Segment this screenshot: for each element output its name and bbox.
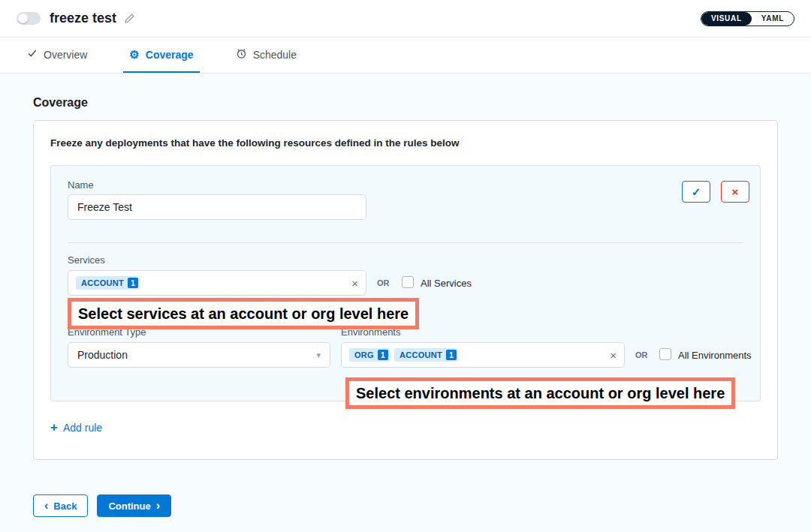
close-icon: ×: [732, 185, 739, 198]
chevron-right-icon: ›: [156, 500, 160, 512]
environment-type-select[interactable]: Production ▾: [68, 342, 330, 368]
add-rule-button[interactable]: + Add rule: [50, 421, 102, 434]
tag-label: ACCOUNT: [81, 278, 124, 287]
environment-tag-account[interactable]: ACCOUNT 1: [394, 348, 458, 362]
card-description: Freeze any deployments that have the fol…: [50, 137, 761, 149]
chevron-down-icon: ▾: [316, 350, 321, 360]
gear-icon: ⚙: [129, 49, 139, 60]
all-environments-checkbox[interactable]: [659, 348, 671, 360]
back-label: Back: [53, 500, 77, 512]
delete-rule-button[interactable]: ×: [721, 181, 749, 203]
coverage-card: Freeze any deployments that have the fol…: [33, 120, 778, 460]
freeze-enabled-toggle[interactable]: [17, 12, 41, 25]
service-tag-account[interactable]: ACCOUNT 1: [76, 276, 140, 290]
visual-toggle-button[interactable]: VISUAL: [701, 12, 752, 26]
footer-buttons: ‹ Back Continue ›: [33, 494, 778, 517]
or-text: OR: [377, 278, 390, 287]
tab-overview[interactable]: Overview: [21, 38, 93, 73]
rule-panel: Name ✓ × Services ACCOUNT 1 × OR All Ser…: [50, 165, 761, 401]
environment-type-value: Production: [77, 349, 128, 361]
environment-tag-org[interactable]: ORG 1: [349, 348, 390, 362]
tag-label: ORG: [354, 350, 374, 359]
annotation-select-services: Select services at an account or org lev…: [68, 298, 419, 329]
all-environments-label: All Environments: [678, 350, 752, 361]
tag-count-badge: 1: [128, 278, 138, 288]
tab-schedule[interactable]: Schedule: [230, 38, 303, 73]
continue-button[interactable]: Continue ›: [97, 494, 171, 517]
header: freeze test VISUAL YAML: [0, 0, 811, 38]
tab-bar: Overview ⚙ Coverage Schedule: [0, 38, 811, 74]
tag-count-badge: 1: [446, 350, 457, 360]
services-label: Services: [68, 254, 105, 266]
check-icon: [27, 48, 38, 61]
continue-label: Continue: [108, 500, 150, 512]
tab-coverage[interactable]: ⚙ Coverage: [123, 38, 199, 73]
edit-title-icon[interactable]: [124, 13, 135, 24]
tab-coverage-label: Coverage: [146, 49, 194, 61]
confirm-rule-button[interactable]: ✓: [682, 181, 710, 203]
all-services-label: All Services: [421, 278, 472, 289]
services-input[interactable]: ACCOUNT 1 ×: [68, 270, 366, 296]
visual-yaml-toggle: VISUAL YAML: [701, 11, 794, 26]
schedule-icon: [236, 48, 247, 62]
coverage-page: Coverage Freeze any deployments that hav…: [0, 74, 811, 532]
freeze-title: freeze test: [50, 11, 116, 26]
rule-actions: ✓ ×: [682, 181, 749, 203]
tag-label: ACCOUNT: [399, 350, 442, 359]
back-button[interactable]: ‹ Back: [33, 494, 88, 517]
or-text: OR: [635, 350, 648, 359]
all-services-checkbox[interactable]: [402, 276, 414, 288]
plus-icon: +: [50, 421, 58, 434]
divider: [68, 242, 743, 243]
rule-name-input[interactable]: [68, 194, 366, 220]
yaml-toggle-button[interactable]: YAML: [752, 12, 794, 26]
check-icon: ✓: [692, 185, 701, 199]
tab-overview-label: Overview: [44, 49, 87, 61]
section-title: Coverage: [33, 96, 778, 110]
toggle-knob: [18, 14, 28, 23]
name-label: Name: [68, 179, 94, 191]
chevron-left-icon: ‹: [44, 500, 48, 512]
annotation-select-environments: Select environments at an account or org…: [345, 377, 735, 409]
tag-count-badge: 1: [378, 350, 388, 360]
clear-services-icon[interactable]: ×: [351, 278, 358, 289]
clear-environments-icon[interactable]: ×: [610, 350, 617, 361]
environments-input[interactable]: ORG 1 ACCOUNT 1 ×: [341, 342, 625, 368]
add-rule-label: Add rule: [63, 422, 102, 434]
tab-schedule-label: Schedule: [253, 49, 297, 61]
